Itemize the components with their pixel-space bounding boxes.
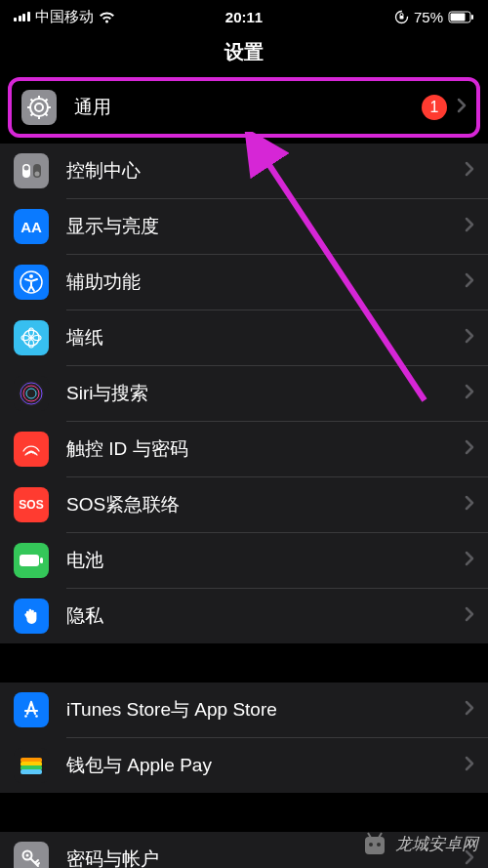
wallpaper-icon [14,320,49,355]
svg-point-20 [29,274,33,278]
svg-line-13 [31,113,34,116]
row-sos-label: SOS紧急联络 [66,492,465,517]
row-accessibility[interactable]: 辅助功能 [0,255,488,310]
row-sos[interactable]: SOS SOS紧急联络 [0,477,488,532]
status-bar: 中国移动 20:11 75% [0,0,488,29]
svg-rect-1 [399,16,403,20]
svg-rect-43 [365,837,385,854]
watermark-text: 龙城安卓网 [395,833,478,855]
row-display-label: 显示与亮度 [66,214,465,239]
svg-point-45 [377,843,381,847]
chevron-right-icon [457,98,467,117]
appstore-icon [14,692,49,727]
svg-point-33 [24,715,27,718]
display-icon: AA [14,209,49,244]
svg-point-18 [35,172,40,177]
gear-icon [21,90,57,125]
hand-icon [14,599,49,634]
svg-rect-3 [451,13,466,21]
carrier-label: 中国移动 [35,8,94,26]
battery-icon [448,11,474,23]
row-battery[interactable]: 电池 [0,533,488,588]
status-right: 75% [394,9,474,25]
chevron-right-icon [465,756,474,775]
wallet-icon [14,748,49,783]
row-general[interactable]: 通用 1 [12,81,476,134]
svg-rect-32 [40,558,43,563]
chevron-right-icon [465,606,474,626]
sos-icon: SOS [14,487,49,522]
status-time: 20:11 [225,9,263,25]
row-appstore-label: iTunes Store与 App Store [66,697,465,723]
row-display[interactable]: AA 显示与亮度 [0,199,488,254]
svg-rect-38 [20,769,42,774]
settings-group-1: 控制中心 AA 显示与亮度 辅助功能 墙纸 Siri与搜索 [0,144,488,643]
row-wallet-label: 钱包与 Apple Pay [66,753,465,778]
chevron-right-icon [465,551,474,570]
row-siri-label: Siri与搜索 [66,381,465,406]
wifi-icon [99,11,115,23]
chevron-right-icon [465,495,474,515]
row-siri[interactable]: Siri与搜索 [0,366,488,421]
fingerprint-icon [14,432,49,467]
battery-row-icon [14,543,49,578]
svg-rect-4 [471,15,473,20]
row-privacy-label: 隐私 [66,603,465,629]
row-wallpaper-label: 墙纸 [66,325,465,351]
svg-point-23 [29,328,34,336]
watermark: 龙城安卓网 [360,829,478,858]
control-center-icon [14,153,49,188]
svg-point-34 [35,715,38,718]
row-touchid[interactable]: 触控 ID 与密码 [0,422,488,476]
battery-percent: 75% [414,9,443,25]
row-general-label: 通用 [74,95,422,120]
svg-point-40 [26,854,29,857]
page-title: 设置 [0,29,488,77]
chevron-right-icon [465,161,474,181]
svg-point-27 [19,381,44,406]
status-left: 中国移动 [14,8,115,26]
svg-line-12 [45,113,48,116]
chevron-right-icon [465,217,474,236]
svg-line-11 [31,100,34,103]
notification-badge: 1 [422,95,447,120]
svg-point-24 [29,340,34,348]
chevron-right-icon [465,384,474,403]
row-wallpaper[interactable]: 墙纸 [0,310,488,365]
signal-icon [14,12,30,21]
row-accessibility-label: 辅助功能 [66,269,465,295]
svg-point-16 [24,166,29,171]
watermark-logo-icon [360,829,389,858]
svg-rect-31 [20,555,39,566]
accessibility-icon [14,265,49,300]
svg-point-26 [33,336,41,341]
siri-icon [14,376,49,411]
settings-group-2: iTunes Store与 App Store 钱包与 Apple Pay [0,682,488,793]
row-control-center-label: 控制中心 [66,158,465,184]
svg-point-6 [35,103,43,111]
svg-point-25 [21,336,29,341]
chevron-right-icon [465,700,474,720]
row-privacy[interactable]: 隐私 [0,589,488,643]
rotation-lock-icon [394,10,409,24]
annotation-highlight: 通用 1 [8,77,480,138]
row-control-center[interactable]: 控制中心 [0,144,488,198]
row-battery-label: 电池 [66,548,465,573]
key-icon [14,842,49,868]
chevron-right-icon [465,328,474,348]
chevron-right-icon [465,439,474,459]
row-wallet[interactable]: 钱包与 Apple Pay [0,738,488,793]
svg-line-14 [45,100,48,103]
svg-point-44 [369,843,373,847]
chevron-right-icon [465,272,474,292]
row-touchid-label: 触控 ID 与密码 [66,436,465,462]
row-appstore[interactable]: iTunes Store与 App Store [0,682,488,737]
